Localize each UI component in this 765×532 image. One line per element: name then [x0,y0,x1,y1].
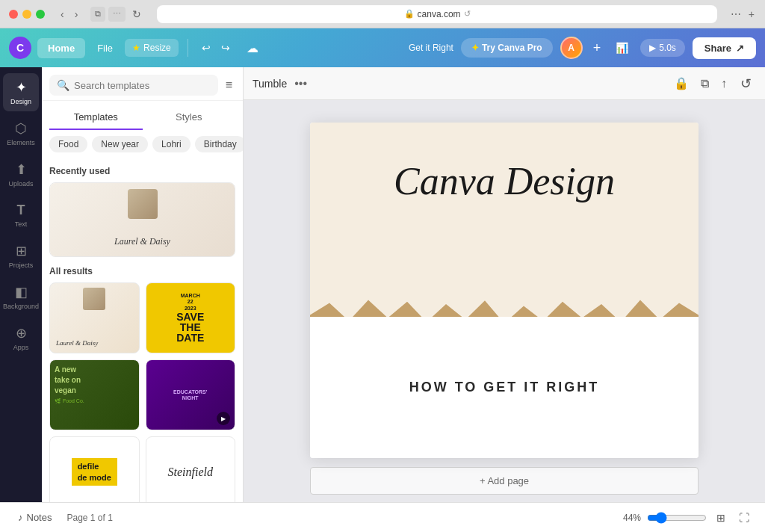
share-label: Share [704,43,731,54]
templates-panel: 🔍 ≡ Templates Styles Food New year Lohri… [42,67,244,502]
fullscreen-button[interactable]: ⛶ [735,510,753,526]
defile-content: defilede mode [72,458,117,486]
add-page-bar[interactable]: + Add page [310,467,699,495]
vegan-subtext: 🌿 Food Co. [55,398,134,404]
doc-name: Tumble [253,78,287,90]
export-button[interactable]: ↑ [718,72,730,95]
address-bar[interactable]: 🔒 canva.com ↺ [157,5,716,23]
sidebar-item-label-elements: Elements [7,139,35,146]
share-button[interactable]: Share ↗ [693,37,756,59]
save-the-date-big: SAVETHEDATE [176,312,204,343]
canvas-toolbar: Tumble ••• 🔒 ⧉ ↑ ↺ [244,67,765,100]
sidebar-item-design[interactable]: ✦ Design [3,73,39,111]
fullscreen-light[interactable] [36,10,45,19]
new-tab-button[interactable]: + [747,7,756,22]
doc-more-button[interactable]: ••• [291,75,310,92]
recently-used-thumb[interactable]: Laurel & Daisy [49,182,235,257]
sidebar-item-elements[interactable]: ⬡ Elements [3,114,39,152]
template-steinfield[interactable]: Steinfield [146,436,236,502]
template-vegan[interactable]: A newtake onvegan 🌿 Food Co. [49,359,140,430]
template-educators[interactable]: EDUCATORS'NIGHT ▶ [146,359,236,430]
try-canva-pro-button[interactable]: ✦ Try Canva Pro [461,38,553,58]
undo-button[interactable]: ↩ [197,39,215,57]
back-button[interactable]: ‹ [57,7,68,22]
background-icon: ◧ [15,284,28,300]
search-input-wrap[interactable]: 🔍 [49,75,218,96]
reload-button[interactable]: ↻ [128,7,145,22]
uploads-icon: ⬆ [16,161,27,178]
tab-templates[interactable]: Templates [49,105,143,130]
vegan-text: A newtake onvegan [55,365,134,396]
recently-used-title: Recently used [49,166,235,176]
layout-button[interactable]: ⊞ [713,510,729,526]
home-button[interactable]: Home [37,38,85,58]
template-beige-script[interactable]: Laurel & Daisy [49,282,140,353]
add-collaborator-button[interactable]: + [590,39,604,58]
save-date-text: MARCH222023 [176,293,204,312]
get-it-right-label: Get it Right [409,43,453,53]
forward-button[interactable]: › [71,7,82,22]
play-icon: ▶ [649,43,656,53]
redo-button[interactable]: ↪ [217,39,235,57]
extensions-button[interactable]: ⋯ [729,7,743,22]
lock-button[interactable]: 🔒 [671,72,692,95]
share-icon: ↗ [736,43,744,54]
url-text: canva.com [418,9,461,19]
browser-actions: ⋯ + [729,7,756,22]
bottom-right: 44% ⊞ ⛶ [623,510,753,526]
minimize-light[interactable] [22,10,31,19]
resize-star: ★ [132,43,140,53]
tab-templates-label: Templates [74,111,118,123]
elements-icon: ⬡ [15,120,27,137]
tab-button[interactable]: ⧉ [90,7,105,22]
play-overlay: ▶ [217,412,230,425]
zoom-level: 44% [623,513,641,523]
canvas-scroll: Canva Design HOW TO GET IT RIGHT + Add p… [244,100,765,502]
educators-content: EDUCATORS'NIGHT [173,389,207,400]
sidebar-item-projects[interactable]: ⊞ Projects [3,237,39,275]
close-light[interactable] [9,10,18,19]
notes-button[interactable]: ♪ Notes [12,509,58,526]
canva-logo[interactable]: C [9,37,31,59]
sidebar-item-uploads[interactable]: ⬆ Uploads [3,155,39,194]
resize-button[interactable]: ★ Resize [125,39,179,57]
all-results-section: All results Laurel & Daisy MARCH222023 S… [49,266,235,502]
add-page-label: + Add page [480,475,529,486]
thumb-img-1 [83,288,105,310]
duplicate-button[interactable]: ⧉ [698,72,712,95]
text-icon: T [17,202,25,218]
chip-new-year[interactable]: New year [92,136,148,152]
canvas-top-section [310,123,699,324]
toolbar-right: Get it Right ✦ Try Canva Pro A + 📊 ▶ 5.0… [409,37,756,59]
analytics-button[interactable]: 📊 [611,40,633,55]
design-canvas[interactable]: Canva Design HOW TO GET IT RIGHT [310,123,699,458]
try-canva-pro-label: Try Canva Pro [482,43,542,53]
filter-button[interactable]: ≡ [223,75,235,95]
panel-scroll: Recently used Laurel & Daisy All results [42,158,243,502]
present-button[interactable]: ▶ 5.0s [640,39,685,57]
sidebar-item-background[interactable]: ◧ Background [3,278,39,316]
template-defile[interactable]: defilede mode [49,436,140,502]
traffic-lights [9,10,45,19]
template-save-date[interactable]: MARCH222023 SAVETHEDATE [146,282,236,353]
sidebar-item-text[interactable]: T Text [3,197,39,234]
search-input[interactable] [74,80,211,91]
zoom-slider[interactable] [647,512,707,524]
doc-name-wrap: Tumble ••• [253,75,310,92]
tab-more-button[interactable]: ⋯ [108,7,126,22]
file-button[interactable]: File [91,38,119,58]
apps-icon: ⊕ [16,325,27,341]
refresh-button[interactable]: ↺ [736,72,756,95]
chip-lohri[interactable]: Lohri [152,136,191,152]
page-info: Page 1 of 1 [66,513,112,523]
tab-styles[interactable]: Styles [143,105,236,130]
bottom-bar: ♪ Notes Page 1 of 1 44% ⊞ ⛶ [0,502,765,532]
thumb-image [128,189,158,219]
cloud-save-button[interactable]: ☁ [241,38,264,58]
chip-birthday[interactable]: Birthday [195,136,243,152]
user-avatar[interactable]: A [560,37,583,59]
sidebar-item-label-uploads: Uploads [8,180,33,188]
chip-food[interactable]: Food [49,136,87,152]
sidebar-item-apps[interactable]: ⊕ Apps [3,319,39,357]
canvas-subtitle: HOW TO GET IT RIGHT [409,380,600,395]
